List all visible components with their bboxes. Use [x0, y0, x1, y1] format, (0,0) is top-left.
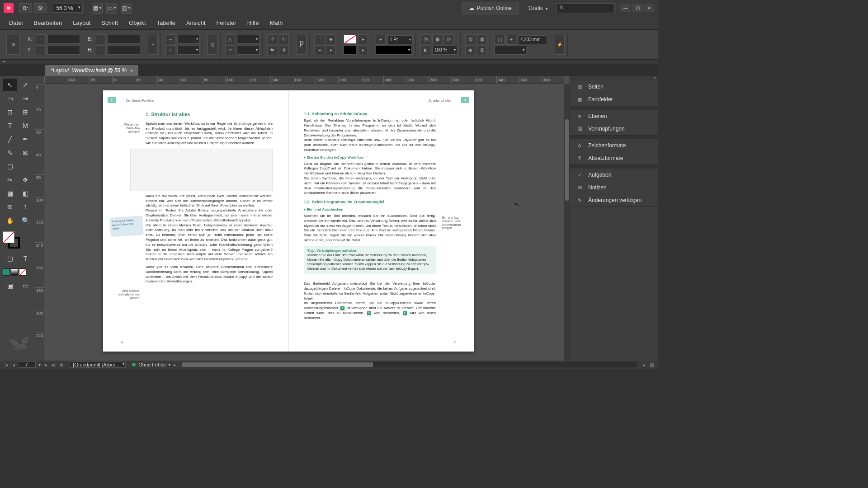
page-dropdown-icon[interactable]: ▾ [37, 362, 42, 367]
y-stepper-icon[interactable]: ÷ [36, 45, 46, 55]
selection-tool-icon[interactable]: ↖ [3, 79, 17, 91]
stroke-swatch[interactable] [344, 46, 356, 55]
vertical-ruler[interactable]: 020406080100120140160180200220 [35, 84, 44, 361]
w-stepper-icon[interactable]: ÷ [96, 34, 106, 44]
panel-seiten[interactable]: ▥Seiten [570, 80, 658, 93]
flip-v-icon[interactable]: ⇵ [279, 45, 289, 55]
minimize-button[interactable]: — [620, 4, 631, 12]
x-stepper-icon[interactable]: ÷ [36, 34, 46, 44]
bridge-button[interactable]: Br [19, 3, 32, 13]
y-input[interactable] [47, 46, 80, 55]
select-prev-icon[interactable]: ◂ [314, 45, 324, 55]
rectangle-frame-tool-icon[interactable]: ⊠ [18, 146, 33, 159]
panel-absatzformate[interactable]: ¶Absatzformate [570, 152, 658, 164]
rectangle-tool-icon[interactable]: ▢ [3, 160, 17, 173]
rotation-dropdown[interactable] [237, 35, 259, 44]
scale-x-dropdown[interactable] [177, 35, 200, 44]
type-tool-icon[interactable]: T [3, 119, 17, 132]
panel-notizen[interactable]: ✉Notizen [570, 181, 658, 194]
menu-datei[interactable]: Datei [5, 18, 27, 28]
help-search-input[interactable] [556, 3, 615, 13]
reference-point-proxy[interactable]: ⊞ [6, 35, 20, 55]
constrain-proportions-icon[interactable]: ⚬ [148, 35, 158, 55]
corner-shape-dropdown[interactable] [495, 46, 526, 55]
preview-view-icon[interactable]: ▭ [18, 279, 33, 292]
x-input[interactable] [47, 35, 80, 44]
panel-ebenen[interactable]: ≡Ebenen [570, 110, 658, 122]
screen-mode-icon[interactable]: ▭ [106, 3, 117, 14]
panel-collapse-left[interactable] [0, 60, 658, 64]
quick-apply-icon[interactable]: ⚡ [555, 35, 565, 55]
view-options-icon[interactable]: ▦ [92, 3, 103, 14]
note-tool-icon[interactable]: ✉ [3, 201, 17, 213]
content-collector-icon[interactable]: ⊡ [3, 106, 17, 118]
zoom-level-dropdown[interactable]: 56,3 % [52, 4, 82, 13]
rotate-ccw-icon[interactable]: ↺ [267, 34, 277, 44]
text-wrap-bbox-icon[interactable]: ▦ [477, 34, 487, 44]
menu-ansicht[interactable]: Ansicht [182, 18, 210, 28]
fill-color-swatch[interactable] [3, 231, 14, 243]
panel-verknuepfungen[interactable]: ⛓Verknüpfungen [570, 122, 658, 135]
page-tool-icon[interactable]: ▭ [3, 92, 17, 105]
first-page-button[interactable]: |◂ [3, 362, 10, 367]
fx-corner-icon[interactable]: ◳ [420, 34, 430, 44]
apply-none-icon[interactable] [19, 268, 26, 276]
apply-gradient-icon[interactable] [11, 268, 18, 276]
scroll-right-button[interactable]: ▸ [641, 362, 647, 367]
normal-view-icon[interactable]: ▣ [3, 279, 17, 292]
text-wrap-none-icon[interactable]: ▤ [465, 34, 475, 44]
fx-icon[interactable]: fx [444, 34, 454, 44]
width-input[interactable] [108, 35, 140, 44]
close-tab-icon[interactable]: × [130, 68, 133, 73]
maximize-button[interactable]: ▢ [632, 4, 643, 12]
scale-y-dropdown[interactable] [177, 46, 200, 55]
document-tab[interactable]: *Layout_Workflow.indd @ 56 % × [45, 65, 138, 76]
publish-online-button[interactable]: ☁ Publish Online [462, 2, 519, 14]
panel-aufgaben[interactable]: ✓Aufgaben [570, 169, 658, 181]
fill-swatch[interactable] [344, 35, 356, 44]
scroll-left-button[interactable]: ◂ [171, 362, 177, 367]
menu-math[interactable]: Math [265, 18, 288, 28]
stock-button[interactable]: St [34, 3, 47, 13]
menu-schrift[interactable]: Schrift [97, 18, 123, 28]
link-scale-icon[interactable]: ⛓ [208, 35, 217, 55]
menu-fenster[interactable]: Fenster [212, 18, 241, 28]
panel-aenderungen[interactable]: ✎Änderungen verfolgen [570, 194, 658, 206]
format-container-icon[interactable]: ▢ [3, 252, 17, 265]
split-view-icon[interactable]: ▥ [648, 362, 656, 367]
horizontal-scrollbar[interactable] [182, 362, 637, 367]
close-window-button[interactable]: ✕ [644, 4, 655, 12]
vertical-scrollbar[interactable] [564, 84, 570, 361]
flip-h-icon[interactable]: ⇋ [267, 45, 277, 55]
select-content-icon[interactable]: ◈ [326, 34, 336, 44]
last-page-button[interactable]: ▸| [50, 362, 57, 367]
panel-collapse-right[interactable] [570, 76, 658, 80]
scissors-tool-icon[interactable]: ✂ [3, 174, 17, 186]
format-text-icon[interactable]: T [18, 252, 33, 265]
h-stepper-icon[interactable]: ÷ [96, 45, 106, 55]
opacity-dropdown[interactable]: 100 % [432, 46, 458, 55]
arrange-docs-icon[interactable]: ▥ [121, 3, 132, 14]
page-number-field[interactable]: 7 [18, 361, 36, 368]
gap-input[interactable] [518, 35, 547, 44]
prev-page-button[interactable]: ◂ [11, 362, 17, 367]
direct-selection-tool-icon[interactable]: ↗ [18, 79, 33, 91]
apply-color-icon[interactable] [3, 268, 10, 276]
eyedropper-tool-icon[interactable]: ⤒ [18, 201, 33, 213]
menu-hilfe[interactable]: Hilfe [243, 18, 264, 28]
pencil-tool-icon[interactable]: ✎ [3, 146, 17, 159]
preflight-status[interactable]: Ohne Fehler ▾ [132, 362, 170, 367]
stroke-weight-stepper[interactable]: ÷ [376, 35, 386, 45]
line-tool-icon[interactable]: ╱ [3, 133, 17, 145]
stroke-weight-dropdown[interactable]: 1 Pt [387, 35, 413, 44]
ruler-origin[interactable] [35, 76, 44, 84]
content-placer-icon[interactable]: ⊞ [18, 106, 33, 118]
shear-dropdown[interactable] [237, 46, 259, 55]
rotate-cw-icon[interactable]: ↻ [279, 34, 289, 44]
free-transform-tool-icon[interactable]: ✥ [18, 174, 33, 186]
stroke-arrow-icon[interactable]: ▸ [358, 45, 368, 55]
text-wrap-jump-icon[interactable]: ▥ [477, 45, 487, 55]
zoom-tool-icon[interactable]: 🔍 [18, 214, 33, 227]
menu-objekt[interactable]: Objekt [124, 18, 151, 28]
stroke-style-dropdown[interactable] [376, 46, 412, 55]
